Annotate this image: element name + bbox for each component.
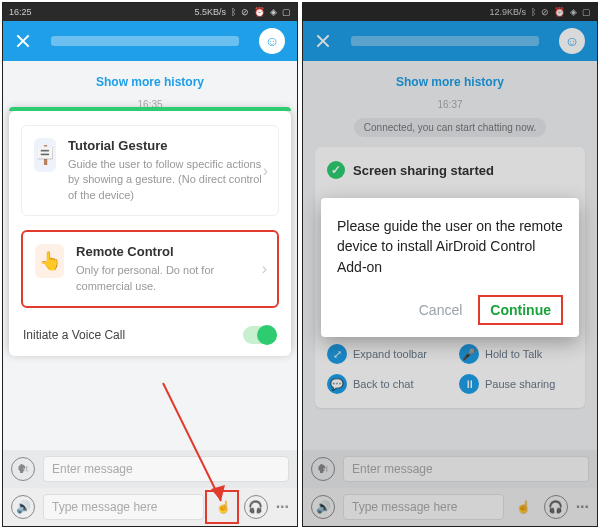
more-icon[interactable]: ··· bbox=[276, 498, 289, 516]
action-sheet: 🪧 Tutorial Gesture Guide the user to fol… bbox=[9, 111, 291, 356]
audio-icon[interactable]: 🔊 bbox=[11, 495, 35, 519]
dialog-body: Please guide the user on the remote devi… bbox=[337, 216, 563, 277]
phone-right: 12.9KB/s ᛒ ⊘ ⏰ ◈ ▢ ☺ Show more history 1… bbox=[302, 2, 598, 527]
continue-button[interactable]: Continue bbox=[478, 295, 563, 325]
option-title: Remote Control bbox=[76, 244, 265, 259]
header-title bbox=[51, 36, 239, 46]
wifi-icon: ◈ bbox=[270, 7, 277, 17]
voice-call-label: Initiate a Voice Call bbox=[23, 328, 125, 342]
status-net: 5.5KB/s bbox=[194, 7, 226, 17]
phone-left: 16:25 5.5KB/s ᛒ ⊘ ⏰ ◈ ▢ ☺ Show more hist… bbox=[2, 2, 298, 527]
highlight-gesture-button bbox=[205, 490, 239, 524]
avatar-icon[interactable]: ☺ bbox=[259, 28, 285, 54]
input-bar-upper: 🗣 Enter message bbox=[3, 450, 297, 488]
status-bar: 16:25 5.5KB/s ᛒ ⊘ ⏰ ◈ ▢ bbox=[3, 3, 297, 21]
headset-icon[interactable]: 🎧 bbox=[244, 495, 268, 519]
app-header: ☺ bbox=[3, 21, 297, 61]
battery-icon: ▢ bbox=[282, 7, 291, 17]
voice-icon[interactable]: 🗣 bbox=[11, 457, 35, 481]
close-icon[interactable] bbox=[15, 33, 31, 49]
input-bar-lower: 🔊 Type message here ☝ 🎧 ··· bbox=[3, 488, 297, 526]
chevron-right-icon: › bbox=[263, 162, 268, 180]
message-input-lower[interactable]: Type message here bbox=[43, 494, 204, 520]
message-input[interactable]: Enter message bbox=[43, 456, 289, 482]
signpost-icon: 🪧 bbox=[34, 138, 56, 172]
voice-call-toggle[interactable] bbox=[243, 326, 277, 344]
voice-call-row: Initiate a Voice Call bbox=[21, 322, 279, 344]
option-desc: Guide the user to follow specific action… bbox=[68, 157, 266, 203]
touch-icon: 👆 bbox=[35, 244, 64, 278]
install-addon-dialog: Please guide the user on the remote devi… bbox=[321, 198, 579, 337]
option-desc: Only for personal. Do not for commercial… bbox=[76, 263, 265, 294]
bluetooth-icon: ᛒ bbox=[231, 7, 236, 17]
chevron-right-icon: › bbox=[262, 260, 267, 278]
show-history-link[interactable]: Show more history bbox=[15, 75, 285, 89]
status-time: 16:25 bbox=[9, 7, 32, 17]
alarm-icon: ⏰ bbox=[254, 7, 265, 17]
option-tutorial-gesture[interactable]: 🪧 Tutorial Gesture Guide the user to fol… bbox=[21, 125, 279, 216]
cancel-button[interactable]: Cancel bbox=[407, 296, 475, 324]
option-remote-control[interactable]: 👆 Remote Control Only for personal. Do n… bbox=[21, 230, 279, 308]
dnd-icon: ⊘ bbox=[241, 7, 249, 17]
option-title: Tutorial Gesture bbox=[68, 138, 266, 153]
